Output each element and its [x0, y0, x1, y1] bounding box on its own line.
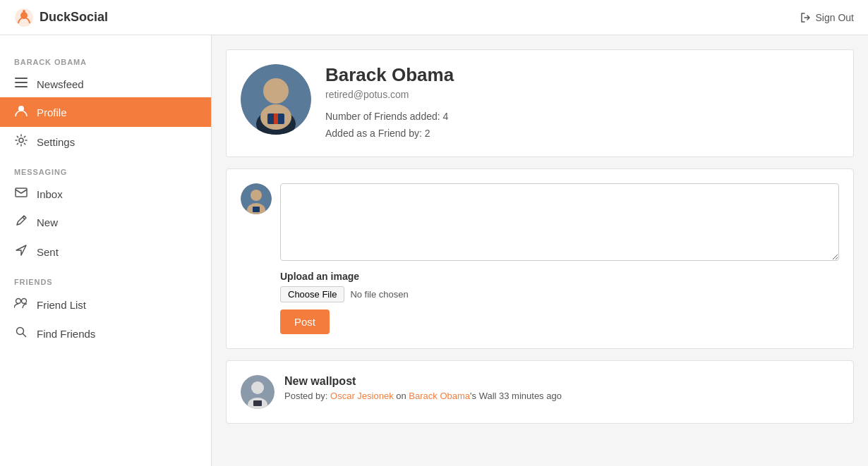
wallpost-avatar [241, 375, 275, 409]
svg-point-23 [251, 381, 264, 394]
sidebar-item-friend-list[interactable]: Friend List [0, 290, 211, 319]
profile-icon [14, 104, 28, 120]
find-friends-icon [14, 326, 28, 341]
sidebar-item-inbox[interactable]: Inbox [0, 180, 211, 207]
svg-point-13 [263, 78, 289, 104]
sidebar-item-settings[interactable]: Settings [0, 127, 211, 157]
svg-point-19 [251, 190, 262, 201]
sidebar: BARACK OBAMA Newsfeed Profile Settings M… [0, 35, 212, 466]
svg-rect-17 [274, 114, 278, 124]
upload-label: Upload an image [280, 271, 839, 282]
svg-rect-5 [15, 86, 28, 87]
main-layout: BARACK OBAMA Newsfeed Profile Settings M… [0, 35, 868, 466]
svg-rect-21 [253, 207, 260, 212]
friend-list-icon [14, 298, 28, 312]
sign-out-button[interactable]: Sign Out [800, 12, 854, 23]
on-text: on [394, 391, 409, 401]
sidebar-item-profile[interactable]: Profile [0, 97, 211, 127]
profile-friends-added: Number of Friends added: 4 [325, 109, 454, 125]
svg-rect-8 [16, 188, 27, 197]
sidebar-label-new: New [37, 216, 58, 228]
logo-icon [14, 8, 34, 27]
post-form: Upload an image Choose File No file chos… [280, 183, 839, 334]
poster-link[interactable]: Oscar Jesionek [330, 391, 394, 401]
wall-owner-link[interactable]: Barack Obama [409, 391, 470, 401]
inbox-icon [14, 188, 28, 200]
wallpost-card: New wallpost Posted by: Oscar Jesionek o… [226, 360, 854, 424]
svg-rect-4 [15, 82, 28, 83]
profile-email: retired@potus.com [325, 89, 454, 100]
sent-icon [14, 244, 28, 259]
sidebar-label-friend-list: Friend List [37, 299, 86, 311]
newsfeed-icon [14, 78, 28, 90]
sidebar-label-inbox: Inbox [37, 188, 63, 200]
sidebar-label-find-friends: Find Friends [37, 328, 95, 340]
wall-suffix: 's Wall 33 minutes ago [470, 391, 562, 401]
profile-info: Barack Obama retired@potus.com Number of… [325, 64, 454, 142]
no-file-text: No file chosen [350, 289, 408, 300]
sidebar-item-find-friends[interactable]: Find Friends [0, 319, 211, 348]
profile-added-by: Added as a Friend by: 2 [325, 125, 454, 142]
post-form-card: Upload an image Choose File No file chos… [226, 168, 854, 349]
choose-file-button[interactable]: Choose File [280, 286, 344, 302]
post-textarea[interactable] [280, 183, 839, 261]
sidebar-item-newsfeed[interactable]: Newsfeed [0, 70, 211, 97]
wallpost-title: New wallpost [284, 375, 562, 388]
svg-point-10 [22, 299, 27, 304]
svg-rect-3 [15, 78, 28, 79]
file-input-row: Choose File No file chosen [280, 286, 839, 302]
svg-point-9 [16, 299, 21, 304]
header: DuckSocial Sign Out [0, 0, 868, 35]
profile-card: Barack Obama retired@potus.com Number of… [226, 49, 854, 157]
sidebar-item-new[interactable]: New [0, 207, 211, 237]
sign-out-icon [800, 12, 812, 23]
app-name: DuckSocial [40, 10, 108, 25]
logo: DuckSocial [14, 8, 108, 27]
svg-rect-25 [253, 400, 262, 406]
friends-section-label: FRIENDS [0, 266, 211, 290]
sidebar-item-sent[interactable]: Sent [0, 237, 211, 266]
settings-icon [14, 134, 28, 149]
sidebar-label-newsfeed: Newsfeed [37, 78, 84, 90]
sidebar-label-sent: Sent [37, 246, 59, 258]
profile-name: Barack Obama [325, 64, 454, 86]
avatar [241, 64, 311, 135]
wallpost-content: New wallpost Posted by: Oscar Jesionek o… [284, 375, 562, 401]
meta-prefix: Posted by: [284, 391, 330, 401]
wallpost-meta: Posted by: Oscar Jesionek on Barack Obam… [284, 391, 562, 401]
sign-out-label: Sign Out [816, 12, 854, 23]
post-button[interactable]: Post [280, 309, 330, 334]
messaging-section-label: MESSAGING [0, 157, 211, 180]
svg-point-7 [19, 138, 23, 142]
post-avatar [241, 183, 272, 214]
sidebar-label-profile: Profile [37, 106, 67, 118]
sidebar-label-settings: Settings [37, 136, 75, 148]
svg-point-2 [23, 10, 25, 13]
user-section-label: BARACK OBAMA [0, 47, 211, 70]
new-message-icon [14, 214, 28, 230]
content-area: Barack Obama retired@potus.com Number of… [212, 35, 868, 466]
